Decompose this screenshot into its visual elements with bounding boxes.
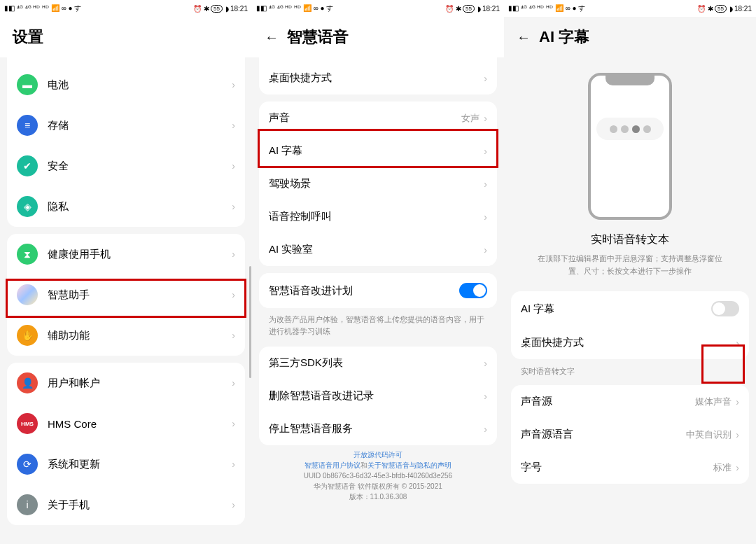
voice-group-1: 桌面快捷方式› <box>259 57 497 95</box>
chevron-right-icon: › <box>484 146 487 157</box>
chevron-right-icon: › <box>736 429 739 440</box>
hand-icon: ✋ <box>17 325 38 346</box>
hourglass-icon: ⧗ <box>17 244 38 265</box>
chevron-right-icon: › <box>484 73 487 84</box>
chevron-right-icon: › <box>232 160 235 172</box>
page-header: 设置 <box>0 17 252 57</box>
chevron-right-icon: › <box>484 358 487 369</box>
chevron-right-icon: › <box>736 396 739 407</box>
row-shortcut[interactable]: 桌面快捷方式› <box>259 62 497 95</box>
voice-group-2: 声音女声› AI 字幕› 驾驶场景› 语音控制呼叫› AI 实验室› <box>259 102 497 266</box>
user-icon: 👤 <box>17 372 38 393</box>
toggle-switch[interactable] <box>711 301 739 316</box>
info-icon: i <box>17 494 38 515</box>
row-voice-call[interactable]: 语音控制呼叫› <box>259 200 497 233</box>
chevron-right-icon: › <box>232 377 235 389</box>
chevron-right-icon: › <box>484 424 487 435</box>
row-ai-lab[interactable]: AI 实验室› <box>259 233 497 266</box>
row-storage[interactable]: ≡存储› <box>7 105 245 146</box>
page-title: 设置 <box>13 27 43 48</box>
storage-icon: ≡ <box>17 115 38 136</box>
phone-illustration <box>588 73 672 220</box>
ai-subtitle-screen: ▮◧ ⁴ᴳ ⁴ᴳ ᴴᴰ ᴴᴰ 📶 ∞ ● す ⏰ ✱ 55◗ 18:21 ← A… <box>504 0 756 544</box>
row-users[interactable]: 👤用户和帐户› <box>7 363 245 403</box>
privacy-link[interactable]: 关于智慧语音与隐私的声明 <box>368 461 451 469</box>
row-smart-assistant[interactable]: 智慧助手› <box>7 274 245 315</box>
row-system-update[interactable]: ⟳系统和更新› <box>7 444 245 484</box>
row-battery[interactable]: ▬电池› <box>7 64 245 105</box>
row-accessibility[interactable]: ✋辅助功能› <box>7 315 245 356</box>
voice-assistant-screen: ▮◧ ⁴ᴳ ⁴ᴳ ᴴᴰ ᴴᴰ 📶 ∞ ● す ⏰ ✱ 55◗ 18:21 ← 智… <box>252 0 504 544</box>
status-bar: ▮◧ ⁴ᴳ ⁴ᴳ ᴴᴰ ᴴᴰ 📶 ∞ ● す ⏰ ✱ 55◗ 18:21 <box>252 0 504 17</box>
row-security[interactable]: ✔安全› <box>7 146 245 186</box>
row-driving[interactable]: 驾驶场景› <box>259 167 497 200</box>
row-sdk-list[interactable]: 第三方SDK列表› <box>259 347 497 379</box>
row-sound-source[interactable]: 声音源媒体声音› <box>511 385 749 418</box>
user-agreement-link[interactable]: 智慧语音用户协议 <box>304 461 360 469</box>
voice-group-3: 第三方SDK列表› 删除智慧语音改进记录› 停止智慧语音服务› <box>259 347 497 445</box>
chevron-right-icon: › <box>232 289 235 300</box>
settings-group-2: ⧗健康使用手机› 智慧助手› ✋辅助功能› <box>7 234 245 356</box>
section-label: 实时语音转文字 <box>511 359 749 378</box>
shield-icon: ✔ <box>17 155 38 176</box>
chevron-right-icon: › <box>232 79 235 90</box>
chevron-right-icon: › <box>232 459 235 470</box>
row-source-language[interactable]: 声音源语言中英自识别› <box>511 418 749 451</box>
row-ai-subtitle[interactable]: AI 字幕› <box>259 134 497 167</box>
row-delete-records[interactable]: 删除智慧语音改进记录› <box>259 379 497 412</box>
plan-description: 为改善产品用户体验，智慧语音将上传您提供的语音内容，用于进行机器学习训练 <box>259 308 497 340</box>
page-header: ← AI 字幕 <box>504 17 756 57</box>
status-bar: ▮◧ ⁴ᴳ ⁴ᴳ ᴴᴰ ᴴᴰ 📶 ∞ ● す ⏰ ✱ 55◗ 18:21 <box>504 0 756 17</box>
footer-text: 开放源代码许可 智慧语音用户协议和关于智慧语音与隐私的声明 UUID 0b867… <box>259 445 497 506</box>
chevron-right-icon: › <box>736 462 739 473</box>
chevron-right-icon: › <box>232 499 235 510</box>
page-title: AI 字幕 <box>539 27 589 48</box>
row-sound[interactable]: 声音女声› <box>259 102 497 134</box>
illustration-section: 实时语音转文本 在顶部下拉编辑界面中开启悬浮窗；支持调整悬浮窗位置、尺寸；长按文… <box>511 57 749 284</box>
row-about-phone[interactable]: i关于手机› <box>7 484 245 525</box>
settings-group-3: 👤用户和帐户› HMSHMS Core› ⟳系统和更新› i关于手机› <box>7 363 245 525</box>
chevron-right-icon: › <box>232 418 235 429</box>
illustration-title: 实时语音转文本 <box>591 232 669 247</box>
chevron-right-icon: › <box>232 120 235 131</box>
hms-icon: HMS <box>17 413 38 434</box>
row-hms-core[interactable]: HMSHMS Core› <box>7 403 245 444</box>
chevron-right-icon: › <box>484 113 487 124</box>
row-privacy[interactable]: ◈隐私› <box>7 186 245 227</box>
row-health[interactable]: ⧗健康使用手机› <box>7 234 245 274</box>
refresh-icon: ⟳ <box>17 454 38 475</box>
scrollbar[interactable] <box>249 266 251 378</box>
chevron-right-icon: › <box>484 211 487 223</box>
opensource-link[interactable]: 开放源代码许可 <box>354 451 402 459</box>
page-title: 智慧语音 <box>287 27 349 48</box>
back-arrow-icon[interactable]: ← <box>265 29 279 46</box>
chevron-right-icon: › <box>232 201 235 212</box>
row-font-size[interactable]: 字号标准› <box>511 451 749 484</box>
row-desktop-shortcut[interactable]: 桌面快捷方式› <box>511 326 749 359</box>
status-bar: ▮◧ ⁴ᴳ ⁴ᴳ ᴴᴰ ᴴᴰ 📶 ∞ ● す ⏰ ✱ 55◗ 18:21 <box>0 0 252 17</box>
privacy-icon: ◈ <box>17 196 38 217</box>
settings-group-1: ▬电池› ≡存储› ✔安全› ◈隐私› <box>7 57 245 227</box>
chevron-right-icon: › <box>484 244 487 256</box>
voice-plan-card: 智慧语音改进计划 <box>259 273 497 308</box>
chevron-right-icon: › <box>232 330 235 341</box>
row-stop-service[interactable]: 停止智慧语音服务› <box>259 412 497 445</box>
row-ai-subtitle-toggle[interactable]: AI 字幕 <box>511 291 749 326</box>
toggle-switch[interactable] <box>459 283 487 298</box>
settings-screen: ▮◧ ⁴ᴳ ⁴ᴳ ᴴᴰ ᴴᴰ 📶 ∞ ● す ⏰ ✱ 55◗ 18:21 设置 … <box>0 0 252 544</box>
page-header: ← 智慧语音 <box>252 17 504 57</box>
row-improvement-plan[interactable]: 智慧语音改进计划 <box>259 273 497 308</box>
subtitle-group-1: AI 字幕 桌面快捷方式› <box>511 291 749 359</box>
chevron-right-icon: › <box>484 391 487 402</box>
chevron-right-icon: › <box>232 249 235 260</box>
smart-assistant-icon <box>17 284 38 305</box>
battery-icon: ▬ <box>17 74 38 95</box>
back-arrow-icon[interactable]: ← <box>517 29 531 46</box>
chevron-right-icon: › <box>736 337 739 349</box>
chevron-right-icon: › <box>484 179 487 190</box>
illustration-description: 在顶部下拉编辑界面中开启悬浮窗；支持调整悬浮窗位置、尺寸；长按文本进行下一步操作 <box>518 253 742 277</box>
subtitle-group-2: 声音源媒体声音› 声音源语言中英自识别› 字号标准› <box>511 385 749 484</box>
